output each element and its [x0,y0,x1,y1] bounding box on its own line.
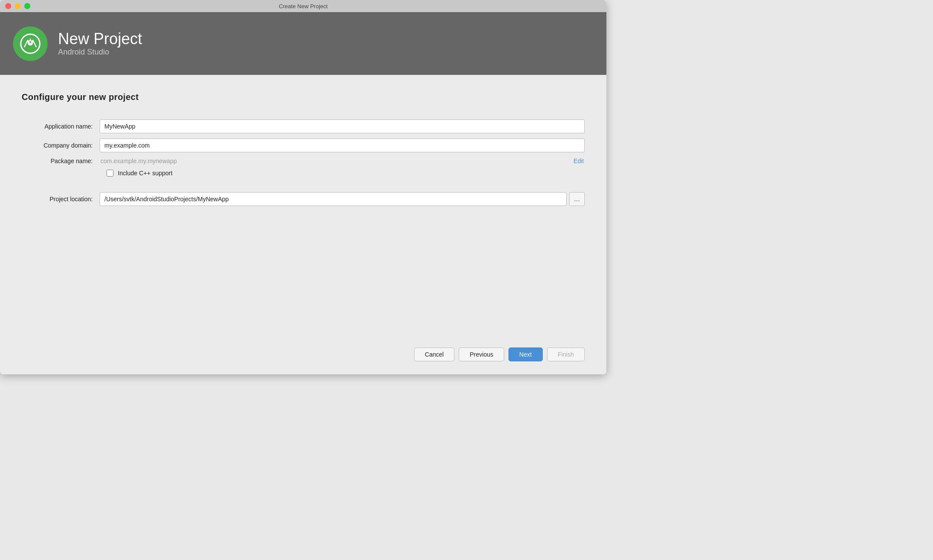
location-input-wrapper: ... [100,192,585,206]
edit-package-link[interactable]: Edit [573,158,585,164]
company-domain-input[interactable] [100,138,585,152]
package-name-row: Package name: com.example.my.mynewapp Ed… [22,158,585,164]
previous-button[interactable]: Previous [459,348,504,361]
section-title: Configure your new project [22,92,585,102]
app-name-label: Application name: [22,123,100,130]
project-location-section: Project location: ... [22,192,585,206]
company-domain-label: Company domain: [22,142,100,149]
app-name-row: Application name: [22,119,585,133]
cancel-button[interactable]: Cancel [414,348,455,361]
next-button[interactable]: Next [509,348,543,361]
header: New Project Android Studio [0,12,606,75]
company-domain-row: Company domain: [22,138,585,152]
header-title: New Project [58,30,142,48]
cpp-support-label: Include C++ support [118,170,172,177]
window-title: Create New Project [279,3,328,10]
project-location-input[interactable] [100,192,567,206]
title-bar: Create New Project [0,0,606,12]
main-content: Configure your new project Application n… [0,75,606,374]
package-name-value: com.example.my.mynewapp [100,158,573,164]
cpp-support-checkbox[interactable] [107,170,113,177]
project-location-label: Project location: [22,196,100,203]
logo-icon [19,32,42,55]
package-name-label: Package name: [22,158,100,164]
app-name-input[interactable] [100,119,585,133]
header-subtitle: Android Studio [58,48,142,57]
finish-button[interactable]: Finish [547,348,585,361]
header-text-block: New Project Android Studio [58,30,142,57]
cpp-support-row: Include C++ support [22,170,585,177]
footer-buttons: Cancel Previous Next Finish [22,335,585,361]
window-controls [5,3,30,9]
configure-form: Application name: Company domain: Packag… [22,119,585,335]
minimize-button[interactable] [15,3,21,9]
browse-button[interactable]: ... [569,192,585,206]
maximize-button[interactable] [24,3,30,9]
close-button[interactable] [5,3,11,9]
project-location-row: Project location: ... [22,192,585,206]
android-studio-logo [13,26,48,61]
